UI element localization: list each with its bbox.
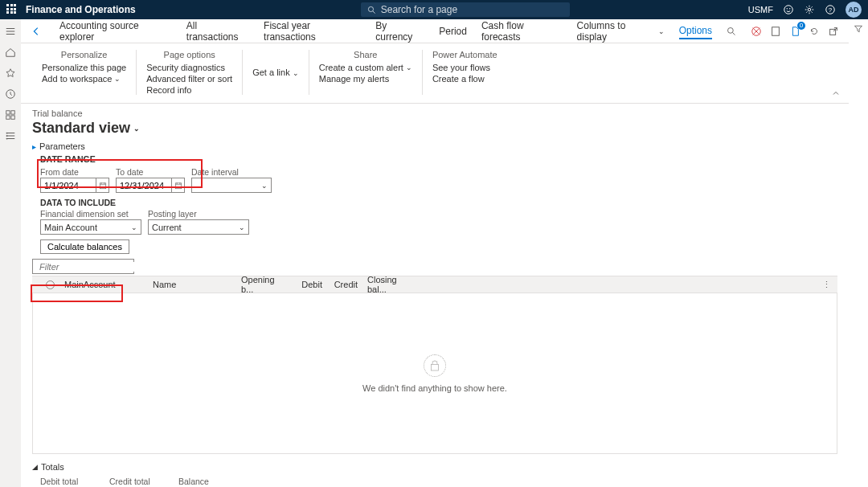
fin-dim-set-select[interactable]: Main Account⌄: [40, 219, 141, 235]
svg-rect-19: [772, 27, 780, 35]
cmd-search-icon[interactable]: [727, 27, 736, 36]
svg-line-17: [733, 32, 735, 35]
security-diagnostics[interactable]: Security diagnostics: [146, 63, 232, 72]
grid-menu-icon[interactable]: ⋮: [822, 280, 831, 290]
calendar-icon[interactable]: [96, 178, 108, 192]
posting-layer-select[interactable]: Current⌄: [148, 219, 249, 235]
calculate-balances-button[interactable]: Calculate balances: [40, 239, 129, 254]
select-all-checkbox[interactable]: [40, 280, 59, 289]
grid-filter[interactable]: [32, 259, 134, 274]
tab-fiscal-year[interactable]: Fiscal year transactions: [264, 20, 361, 43]
ribbon-personalize-title: Personalize: [42, 50, 126, 59]
svg-rect-22: [175, 182, 182, 188]
popout-icon[interactable]: [828, 26, 839, 37]
svg-point-27: [435, 360, 436, 361]
filter-icon[interactable]: [849, 19, 868, 39]
svg-rect-10: [11, 111, 14, 114]
home-icon[interactable]: [5, 47, 16, 58]
tab-all-transactions[interactable]: All transactions: [186, 20, 249, 43]
personalize-this-page[interactable]: Personalize this page: [42, 63, 126, 72]
record-info[interactable]: Record info: [146, 85, 232, 95]
tab-accounting-source[interactable]: Accounting source explorer: [59, 20, 172, 43]
svg-line-1: [373, 10, 375, 13]
empty-text: We didn't find anything to show here.: [362, 383, 507, 393]
search-icon: [367, 6, 376, 14]
gear-icon[interactable]: [804, 4, 815, 15]
emoji-icon[interactable]: [783, 4, 794, 15]
advanced-filter[interactable]: Advanced filter or sort: [146, 74, 232, 84]
create-a-flow[interactable]: Create a flow: [432, 74, 497, 84]
docs-icon[interactable]: [789, 26, 800, 37]
office-icon[interactable]: [770, 26, 781, 37]
col-opening[interactable]: Opening b...: [236, 275, 287, 294]
ribbon-pageopt-title: Page options: [146, 50, 232, 59]
help-icon[interactable]: ?: [825, 4, 836, 15]
col-name[interactable]: Name: [148, 280, 236, 289]
ribbon-pa-title: Power Automate: [432, 50, 497, 59]
posting-layer-label: Posting layer: [148, 209, 249, 219]
chevron-down-icon: ▸: [32, 142, 36, 151]
svg-point-16: [728, 27, 734, 33]
balance-label: Balance: [178, 477, 223, 486]
svg-point-28: [437, 361, 438, 362]
manage-my-alerts[interactable]: Manage my alerts: [319, 74, 412, 84]
ribbon-share-title: Share: [319, 50, 412, 59]
create-custom-alert[interactable]: Create a custom alert ⌄: [319, 63, 412, 72]
svg-rect-12: [11, 116, 14, 119]
workspace-icon[interactable]: [5, 109, 16, 121]
global-search[interactable]: Search for a page: [361, 2, 570, 17]
col-debit[interactable]: Debit: [287, 280, 327, 289]
col-main-account[interactable]: MainAccount: [59, 280, 148, 289]
svg-rect-25: [432, 364, 439, 370]
breadcrumb: Trial balance: [32, 108, 837, 118]
tab-by-currency[interactable]: By currency: [375, 20, 424, 43]
svg-point-26: [432, 361, 433, 362]
tab-options[interactable]: Options: [679, 25, 712, 39]
add-to-workspace[interactable]: Add to workspace ⌄: [42, 74, 126, 84]
recent-icon[interactable]: [5, 88, 16, 100]
svg-point-0: [368, 6, 373, 11]
star-icon[interactable]: [5, 68, 16, 79]
hamburger-icon[interactable]: [5, 26, 16, 37]
totals-toggle[interactable]: ◢Totals: [32, 462, 837, 472]
calendar-icon[interactable]: [171, 178, 184, 192]
tab-cash-flow[interactable]: Cash flow forecasts: [481, 20, 563, 43]
attach-icon[interactable]: [751, 26, 762, 37]
debit-total-label: Debit total: [40, 477, 85, 486]
tab-columns[interactable]: Columns to display ⌄: [577, 20, 665, 43]
col-closing[interactable]: Closing bal...: [362, 275, 411, 294]
svg-point-13: [6, 133, 8, 134]
tab-period[interactable]: Period: [439, 26, 467, 37]
from-date-label: From date: [40, 167, 109, 177]
app-name: Finance and Operations: [26, 4, 136, 15]
credit-total-label: Credit total: [109, 477, 154, 486]
from-date-input[interactable]: [40, 178, 109, 193]
col-credit[interactable]: Credit: [327, 280, 362, 289]
get-a-link[interactable]: Get a link ⌄: [252, 68, 299, 77]
see-your-flows[interactable]: See your flows: [432, 63, 497, 72]
svg-point-3: [787, 8, 788, 9]
svg-rect-9: [6, 111, 10, 114]
avatar[interactable]: AD: [845, 2, 862, 18]
parameters-toggle[interactable]: ▸ Parameters: [32, 141, 837, 151]
search-placeholder: Search for a page: [381, 4, 457, 15]
svg-text:?: ?: [829, 6, 833, 14]
view-switcher[interactable]: Standard view⌄: [32, 120, 837, 137]
svg-point-2: [784, 6, 793, 14]
date-range-header: DATE RANGE: [40, 154, 837, 164]
modules-icon[interactable]: [5, 130, 16, 141]
svg-rect-21: [100, 182, 106, 188]
svg-point-14: [6, 135, 8, 137]
to-date-input[interactable]: [116, 178, 185, 193]
company-picker[interactable]: USMF: [748, 5, 773, 14]
app-launcher-icon[interactable]: [6, 4, 18, 15]
back-button[interactable]: [31, 26, 42, 37]
to-date-label: To date: [116, 167, 185, 177]
ribbon-collapse-icon[interactable]: [831, 88, 841, 98]
date-interval-select[interactable]: ⌄: [191, 178, 272, 193]
svg-point-5: [808, 8, 811, 11]
empty-icon: [424, 354, 446, 377]
fin-dim-set-label: Financial dimension set: [40, 209, 141, 219]
refresh-icon[interactable]: [809, 26, 820, 37]
svg-rect-11: [6, 116, 10, 119]
